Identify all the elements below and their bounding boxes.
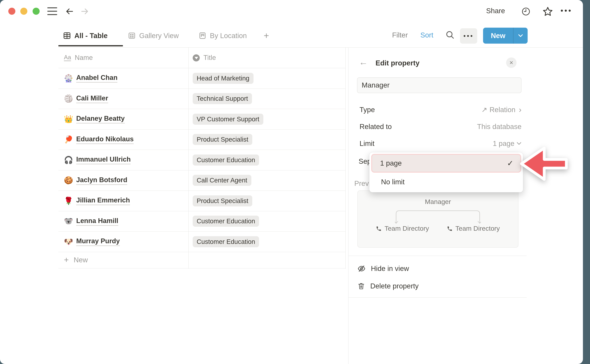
share-button[interactable]: Share — [486, 7, 505, 15]
table-row[interactable]: 🎡Anabel Chan Head of Marketing — [58, 68, 345, 89]
page-name[interactable]: Cali Miller — [76, 94, 108, 103]
preview-link-label: Team Directory — [455, 225, 500, 233]
new-button[interactable]: New — [483, 28, 528, 44]
page-emoji: 🏐 — [64, 94, 76, 103]
column-header-name[interactable]: Aa Name — [58, 54, 188, 62]
page-name[interactable]: Lenna Hamill — [76, 217, 118, 226]
eye-slash-icon — [357, 264, 366, 273]
name-cell[interactable]: 🏓Eduardo Nikolaus — [58, 135, 188, 144]
trash-icon — [357, 282, 365, 290]
table-right-border[interactable] — [345, 48, 346, 269]
page-emoji: 🏓 — [64, 135, 76, 144]
table-row[interactable]: 🏐Cali Miller Technical Support — [58, 89, 345, 109]
title-cell[interactable]: Call Center Agent — [188, 175, 345, 186]
tab-gallery-view[interactable]: Gallery View — [128, 26, 179, 45]
favorite-star-icon[interactable] — [542, 6, 553, 17]
new-row-button[interactable]: + New — [58, 252, 345, 268]
title-cell[interactable]: Technical Support — [188, 93, 345, 104]
forward-arrow-icon[interactable] — [80, 6, 90, 16]
table-row[interactable]: 👑Delaney Beatty VP Customer Support — [58, 109, 345, 130]
property-value-related[interactable]: This database — [477, 122, 521, 131]
stage: Share ••• All - Table Gallery View — [0, 0, 590, 364]
name-cell[interactable]: 🌹Jillian Emmerich — [58, 196, 188, 205]
title-cell[interactable]: Customer Education — [188, 216, 345, 227]
hide-in-view-button[interactable]: Hide in view — [357, 261, 523, 276]
name-cell[interactable]: 🐨Lenna Hamill — [58, 217, 188, 226]
dropdown-option-1-page[interactable]: 1 page ✓ — [371, 154, 521, 173]
table-row[interactable]: 🎧Immanuel Ullrich Customer Education — [58, 150, 345, 170]
title-cell[interactable]: VP Customer Support — [188, 114, 345, 125]
page-emoji: 🌹 — [64, 197, 76, 205]
view-options-button[interactable]: ••• — [460, 28, 477, 44]
property-name-input[interactable]: Manager — [357, 78, 521, 93]
tab-label: Gallery View — [139, 32, 179, 40]
preview-link: Team Directory — [376, 225, 429, 233]
delete-property-button[interactable]: Delete property — [357, 278, 523, 294]
name-cell[interactable]: 🍪Jaclyn Botsford — [58, 176, 188, 185]
page-name[interactable]: Eduardo Nikolaus — [76, 135, 134, 144]
name-cell[interactable]: 🏐Cali Miller — [58, 94, 188, 103]
page-name[interactable]: Jillian Emmerich — [76, 196, 130, 205]
title-tag: Customer Education — [193, 236, 259, 247]
table-row[interactable]: 🌹Jillian Emmerich Product Specialist — [58, 191, 345, 211]
panel-title: Edit property — [375, 59, 420, 67]
property-value-text: Relation — [490, 105, 516, 114]
panel-back-icon[interactable]: ← — [359, 57, 368, 67]
panel-close-button[interactable]: × — [506, 58, 517, 68]
search-icon[interactable] — [445, 30, 455, 40]
table-row[interactable]: 🍪Jaclyn Botsford Call Center Agent — [58, 170, 345, 191]
arrow-up-right-icon: ↗ — [481, 105, 487, 114]
updates-clock-icon[interactable] — [521, 6, 531, 17]
plus-icon: + — [64, 256, 69, 264]
name-cell[interactable]: 👑Delaney Beatty — [58, 115, 188, 124]
tab-label: All - Table — [74, 32, 108, 40]
title-cell[interactable]: Customer Education — [188, 236, 345, 247]
new-row-label: New — [74, 256, 88, 264]
page-name[interactable]: Immanuel Ullrich — [76, 156, 131, 164]
column-header-title[interactable]: Title — [188, 54, 216, 62]
page-name[interactable]: Delaney Beatty — [76, 115, 125, 124]
page-name[interactable]: Jaclyn Botsford — [76, 176, 127, 185]
add-view-button[interactable]: + — [264, 26, 269, 45]
traffic-light-close[interactable] — [8, 8, 15, 15]
active-tab-underline — [58, 45, 123, 46]
name-cell[interactable]: 🐶Murray Purdy — [58, 237, 188, 246]
new-button-label[interactable]: New — [483, 28, 513, 44]
tab-all-table[interactable]: All - Table — [63, 26, 108, 45]
name-cell[interactable]: 🎧Immanuel Ullrich — [58, 156, 188, 164]
title-cell[interactable]: Product Specialist — [188, 134, 345, 145]
tab-by-location[interactable]: By Location — [198, 26, 247, 45]
traffic-light-minimize[interactable] — [20, 8, 27, 15]
back-arrow-icon[interactable] — [65, 6, 74, 16]
board-view-icon — [198, 31, 207, 40]
table-row[interactable]: 🐶Murray Purdy Customer Education — [58, 232, 345, 252]
page-name[interactable]: Murray Purdy — [76, 237, 120, 246]
traffic-light-zoom[interactable] — [33, 8, 40, 15]
table-row[interactable]: 🏓Eduardo Nikolaus Product Specialist — [58, 130, 345, 150]
callout-arrow — [520, 147, 569, 182]
new-dropdown-button[interactable] — [513, 28, 528, 44]
title-cell[interactable]: Head of Marketing — [188, 73, 345, 84]
title-tag: Technical Support — [193, 93, 252, 104]
property-value-type[interactable]: ↗ Relation › — [481, 105, 521, 114]
chevron-down-icon — [517, 142, 521, 145]
dropdown-option-no-limit[interactable]: No limit — [371, 174, 521, 190]
name-cell[interactable]: 🎡Anabel Chan — [58, 74, 188, 83]
table-row[interactable]: 🐨Lenna Hamill Customer Education — [58, 211, 345, 232]
check-icon: ✓ — [507, 159, 513, 168]
filter-button[interactable]: Filter — [392, 26, 408, 44]
page-emoji: 🐨 — [64, 217, 76, 226]
page-name[interactable]: Anabel Chan — [76, 74, 118, 83]
page-emoji: 🎡 — [64, 74, 76, 83]
limit-select[interactable]: 1 page — [493, 139, 521, 148]
title-cell[interactable]: Customer Education — [188, 155, 345, 166]
more-options-icon[interactable]: ••• — [561, 6, 572, 15]
table-header: Aa Name Title — [58, 48, 345, 68]
sort-button[interactable]: Sort — [420, 26, 433, 44]
option-label: 1 page — [380, 159, 402, 167]
title-tag: Call Center Agent — [193, 175, 251, 186]
sidebar-menu-icon[interactable] — [47, 7, 57, 16]
title-tag: VP Customer Support — [193, 114, 263, 125]
page-emoji: 🎧 — [64, 156, 76, 164]
title-cell[interactable]: Product Specialist — [188, 195, 345, 206]
